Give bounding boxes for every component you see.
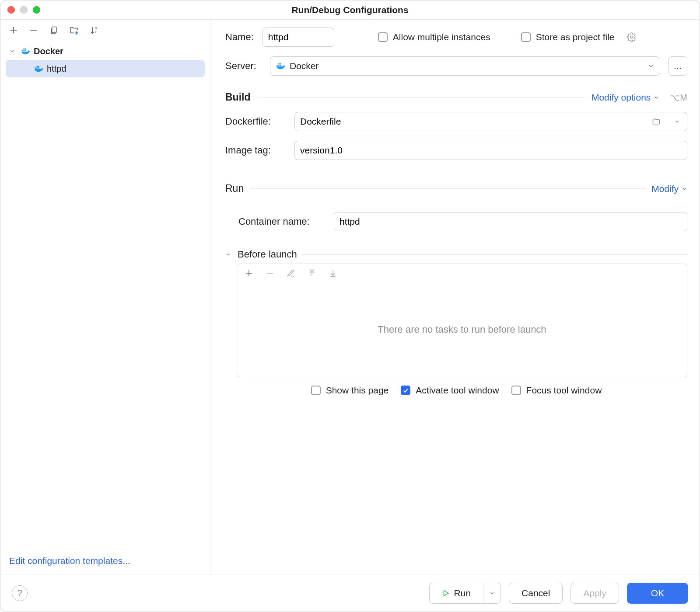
modify-options-link[interactable]: Modify options xyxy=(592,92,659,103)
before-launch-title: Before launch xyxy=(238,249,297,260)
svg-rect-17 xyxy=(38,67,39,69)
tree-item-label: httpd xyxy=(47,64,66,74)
build-section-header: Build Modify options ⌥M xyxy=(225,91,687,103)
svg-rect-13 xyxy=(23,49,24,50)
checkbox-icon xyxy=(521,32,531,42)
checkbox-checked-icon xyxy=(401,386,410,395)
tree-group-docker[interactable]: Docker xyxy=(6,42,205,60)
help-button[interactable]: ? xyxy=(12,585,28,601)
move-up-icon[interactable] xyxy=(307,268,317,278)
allow-multiple-label: Allow multiple instances xyxy=(393,32,490,42)
gear-icon[interactable] xyxy=(627,32,637,42)
server-label: Server: xyxy=(225,60,262,72)
edit-templates-link[interactable]: Edit configuration templates... xyxy=(9,556,130,566)
chevron-down-icon xyxy=(225,251,233,257)
add-task-icon[interactable] xyxy=(244,268,254,278)
server-select[interactable]: Docker xyxy=(270,56,660,76)
name-input[interactable] xyxy=(262,28,334,47)
run-modify-link[interactable]: Modify xyxy=(651,184,687,194)
chevron-down-icon xyxy=(648,63,654,70)
folder-icon[interactable] xyxy=(651,117,661,126)
tree-group-label: Docker xyxy=(34,46,63,56)
svg-rect-3 xyxy=(52,27,56,33)
store-project-checkbox[interactable]: Store as project file xyxy=(521,32,615,42)
activate-tool-window-checkbox[interactable]: Activate tool window xyxy=(401,385,499,396)
run-more-button[interactable] xyxy=(483,583,501,604)
svg-rect-12 xyxy=(25,50,26,51)
image-tag-label: Image tag: xyxy=(225,145,287,156)
svg-rect-25 xyxy=(280,63,281,65)
dockerfile-input[interactable] xyxy=(294,112,667,131)
show-page-checkbox[interactable]: Show this page xyxy=(311,385,389,396)
svg-rect-21 xyxy=(277,65,278,66)
remove-task-icon[interactable] xyxy=(265,268,275,278)
move-down-icon[interactable] xyxy=(328,268,338,278)
config-tree: Docker httpd xyxy=(0,42,210,549)
name-label: Name: xyxy=(225,31,254,43)
svg-rect-14 xyxy=(25,49,26,50)
sidebar: az Docker http xyxy=(0,20,210,574)
store-project-label: Store as project file xyxy=(536,32,615,42)
server-value: Docker xyxy=(290,61,319,71)
dialog-footer: ? Run Cancel Apply OK xyxy=(0,574,700,612)
allow-multiple-checkbox[interactable]: Allow multiple instances xyxy=(378,32,490,42)
edit-task-icon[interactable] xyxy=(286,268,296,278)
apply-button[interactable]: Apply xyxy=(570,583,619,604)
checkbox-icon xyxy=(378,32,388,42)
folder-add-icon[interactable] xyxy=(69,25,79,35)
post-launch-options: Show this page Activate tool window Focu… xyxy=(225,385,687,396)
before-launch-toolbar xyxy=(237,264,687,282)
svg-rect-24 xyxy=(278,63,280,65)
sort-icon[interactable]: az xyxy=(89,25,99,35)
tree-item-httpd[interactable]: httpd xyxy=(6,60,205,77)
dialog-window: Run/Debug Configurations az xyxy=(0,0,700,612)
checkbox-icon xyxy=(311,386,321,395)
chevron-down-icon xyxy=(9,48,17,54)
svg-rect-23 xyxy=(280,65,281,66)
checkbox-icon xyxy=(511,386,521,395)
dockerfile-dropdown-button[interactable] xyxy=(667,112,687,131)
ok-button[interactable]: OK xyxy=(627,583,688,604)
svg-rect-18 xyxy=(36,66,38,67)
window-title: Run/Debug Configurations xyxy=(0,5,700,15)
svg-rect-19 xyxy=(38,66,39,67)
svg-rect-22 xyxy=(278,65,280,66)
svg-rect-15 xyxy=(35,67,36,69)
run-button-group: Run xyxy=(429,583,501,604)
build-title: Build xyxy=(225,91,251,103)
focus-tool-window-checkbox[interactable]: Focus tool window xyxy=(511,385,602,396)
sidebar-toolbar: az xyxy=(0,20,210,42)
copy-config-icon[interactable] xyxy=(49,25,59,35)
before-launch-empty-text: There are no tasks to run before launch xyxy=(237,282,687,377)
before-launch-panel: There are no tasks to run before launch xyxy=(237,264,687,377)
docker-icon xyxy=(276,61,285,71)
image-tag-input[interactable] xyxy=(294,141,687,160)
run-button[interactable]: Run xyxy=(429,583,484,604)
cancel-button[interactable]: Cancel xyxy=(509,583,563,604)
svg-text:a: a xyxy=(95,26,97,30)
svg-point-20 xyxy=(630,36,633,38)
svg-marker-33 xyxy=(444,591,448,596)
svg-rect-11 xyxy=(23,50,24,51)
before-launch-header[interactable]: Before launch xyxy=(225,249,687,260)
main-panel: Name: Allow multiple instances Store as … xyxy=(210,20,700,574)
remove-config-icon[interactable] xyxy=(28,25,39,35)
run-title: Run xyxy=(225,183,244,195)
svg-rect-16 xyxy=(36,67,38,69)
container-name-input[interactable] xyxy=(334,212,687,231)
svg-text:z: z xyxy=(95,30,97,34)
add-config-icon[interactable] xyxy=(8,25,19,35)
run-section-header: Run Modify xyxy=(225,183,687,195)
svg-rect-10 xyxy=(22,50,23,51)
container-name-label: Container name: xyxy=(225,216,326,227)
docker-icon xyxy=(21,46,30,56)
server-more-button[interactable]: ... xyxy=(668,56,687,76)
dockerfile-label: Dockerfile: xyxy=(225,116,287,127)
docker-icon xyxy=(34,64,43,73)
titlebar: Run/Debug Configurations xyxy=(0,0,700,20)
modify-options-shortcut: ⌥M xyxy=(670,92,687,103)
